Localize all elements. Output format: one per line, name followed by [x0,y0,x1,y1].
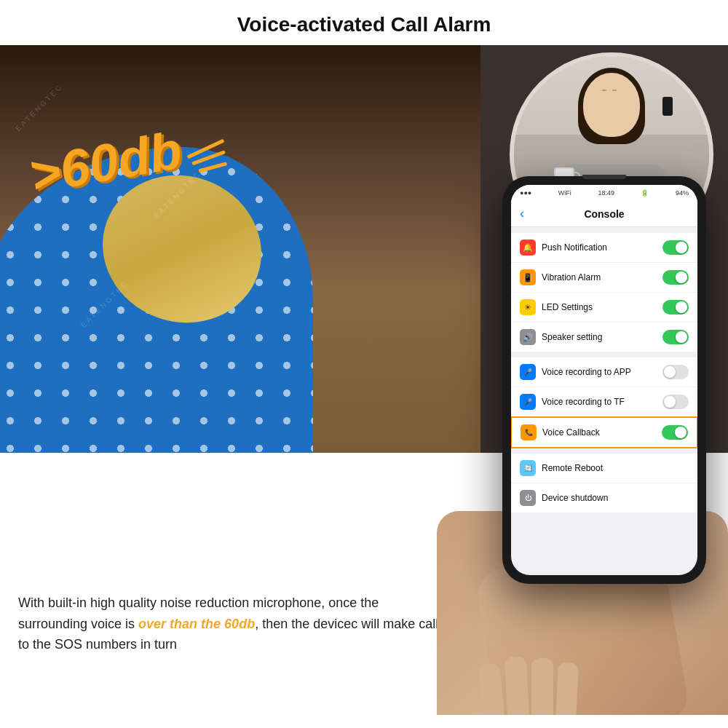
console-title: Console [584,208,624,220]
device-shutdown-label: Device shutdown [542,493,689,503]
row-voice-recording-tf[interactable]: 🎤 Voice recording to TF [511,387,697,417]
time-display: 18:49 [598,189,614,197]
battery-icon: 🔋 [641,189,649,197]
vibration-alarm-icon: 📳 [520,269,536,285]
voice-recording-app-label: Voice recording to APP [542,367,662,377]
row-voice-recording-app[interactable]: 🎤 Voice recording to APP [511,357,697,387]
voice-callback-toggle[interactable] [662,425,688,440]
description-highlight: over than the 60db [138,617,255,631]
section-device-controls: 🔄 Remote Reboot ⏻ Device shutdown [511,454,697,513]
wifi-icon: WiFi [558,189,571,197]
vibration-alarm-toggle[interactable] [662,270,689,285]
speaker-setting-icon: 🔊 [520,329,536,345]
remote-reboot-icon: 🔄 [520,460,536,476]
voice-recording-tf-toggle[interactable] [662,395,689,409]
led-settings-icon: ☀ [520,299,536,315]
vibration-alarm-label: Vibration Alarm [542,272,662,282]
row-remote-reboot[interactable]: 🔄 Remote Reboot [511,454,697,483]
description-paragraph: With built-in high quality noise reducti… [18,593,448,655]
push-notification-icon: 🔔 [520,240,536,256]
remote-reboot-label: Remote Reboot [542,463,689,473]
voice-recording-tf-icon: 🎤 [520,394,536,410]
row-vibration-alarm[interactable]: 📳 Vibration Alarm [511,263,697,293]
bottom-description: With built-in high quality noise reducti… [0,533,466,715]
background-photo: >60db EATENGTEC EATENGTEC EATENGTEC [0,45,510,453]
device-shutdown-icon: ⏻ [520,490,536,506]
signal-indicator: ●●● [520,189,531,197]
settings-list: 🔔 Push Notification 📳 Vibration Alarm ☀ [511,227,697,524]
row-led-settings[interactable]: ☀ LED Settings [511,293,697,323]
phone-outer: ●●● WiFi 18:49 🔋 94% ‹ Console [502,176,706,584]
row-speaker-setting[interactable]: 🔊 Speaker setting [511,323,697,352]
row-push-notification[interactable]: 🔔 Push Notification [511,233,697,263]
push-notification-label: Push Notification [542,242,662,253]
main-content: >60db EATENGTEC EATENGTEC EATENGTEC [0,45,728,715]
speaker-setting-toggle[interactable] [662,330,689,344]
voice-recording-app-icon: 🎤 [520,364,536,380]
row-device-shutdown[interactable]: ⏻ Device shutdown [511,483,697,513]
phone-header: ‹ Console [511,201,697,227]
phone-screen: ●●● WiFi 18:49 🔋 94% ‹ Console [511,185,697,575]
voice-recording-tf-label: Voice recording to TF [542,397,662,407]
battery-percent: 94% [676,189,689,197]
voice-callback-icon: 📞 [521,424,537,440]
voice-callback-label: Voice Callback [542,427,662,438]
voice-recording-app-toggle[interactable] [662,365,689,379]
phone-mockup: ●●● WiFi 18:49 🔋 94% ‹ Console [480,176,728,649]
speaker-setting-label: Speaker setting [542,332,662,342]
phone-status-bar: ●●● WiFi 18:49 🔋 94% [511,185,697,201]
page-wrapper: Voice-activated Call Alarm >60db [0,0,728,715]
back-button[interactable]: ‹ [520,206,524,221]
page-title: Voice-activated Call Alarm [0,0,728,45]
row-voice-callback[interactable]: 📞 Voice Callback [511,416,697,448]
section-notifications: 🔔 Push Notification 📳 Vibration Alarm ☀ [511,233,697,352]
push-notification-toggle[interactable] [662,240,689,255]
led-settings-toggle[interactable] [662,300,689,314]
led-settings-label: LED Settings [542,302,662,312]
section-voice-recording: 🎤 Voice recording to APP 🎤 Voice recordi… [511,357,697,448]
